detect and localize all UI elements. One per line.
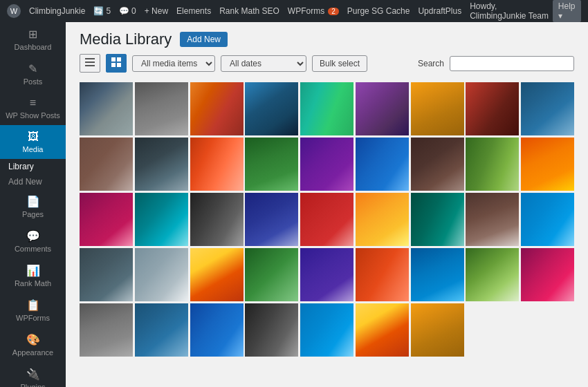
media-item[interactable] bbox=[80, 303, 133, 357]
sidebar-sub-add-new[interactable]: Add New bbox=[0, 174, 66, 189]
rank-math-seo-item[interactable]: Rank Math SEO bbox=[219, 6, 279, 16]
toolbar: All media items Images Videos Audio Docu… bbox=[66, 54, 588, 79]
media-item[interactable] bbox=[135, 248, 188, 301]
wpforms-badge: 2 bbox=[328, 8, 339, 15]
add-new-button[interactable]: Add New bbox=[180, 32, 228, 47]
wp-icon[interactable]: W bbox=[7, 4, 21, 18]
posts-icon: ✎ bbox=[28, 62, 37, 75]
media-item[interactable] bbox=[521, 193, 574, 246]
sidebar-item-posts[interactable]: ✎ Posts bbox=[0, 57, 66, 91]
grid-view-button[interactable] bbox=[106, 54, 127, 73]
media-item[interactable] bbox=[135, 193, 188, 246]
media-item[interactable] bbox=[466, 248, 519, 301]
help-button[interactable]: Help ▾ bbox=[553, 0, 581, 22]
pages-icon: 📄 bbox=[26, 195, 40, 208]
media-item[interactable] bbox=[356, 138, 409, 191]
new-item[interactable]: + New bbox=[145, 6, 168, 16]
media-item[interactable] bbox=[135, 82, 188, 135]
media-item[interactable] bbox=[411, 138, 464, 191]
site-name[interactable]: ClimbingJunkie bbox=[29, 6, 85, 16]
media-item[interactable] bbox=[80, 82, 133, 135]
sidebar-label-media: Media bbox=[23, 145, 44, 153]
page-title: Media Library bbox=[80, 30, 172, 48]
filter-type-select[interactable]: All media items Images Videos Audio Docu… bbox=[132, 55, 215, 72]
svg-rect-4 bbox=[117, 57, 121, 62]
media-item[interactable] bbox=[245, 138, 298, 191]
media-item[interactable] bbox=[300, 193, 353, 246]
sidebar-item-comments[interactable]: 💬 Comments bbox=[0, 224, 66, 258]
media-item[interactable] bbox=[411, 82, 464, 135]
media-item[interactable] bbox=[521, 248, 574, 301]
elements-item[interactable]: Elements bbox=[176, 6, 211, 16]
media-item[interactable] bbox=[300, 248, 353, 301]
media-item[interactable] bbox=[521, 138, 574, 191]
media-item[interactable] bbox=[245, 248, 298, 301]
wpforms-item[interactable]: WPForms 2 bbox=[288, 6, 339, 16]
media-item[interactable] bbox=[80, 138, 133, 191]
bulk-select-button[interactable]: Bulk select bbox=[312, 55, 367, 72]
updraftplus-item[interactable]: UpdraftPlus bbox=[418, 6, 461, 16]
svg-rect-5 bbox=[111, 63, 116, 67]
media-item[interactable] bbox=[356, 82, 409, 135]
media-item[interactable] bbox=[245, 193, 298, 246]
comments-item[interactable]: 💬 0 bbox=[119, 6, 136, 16]
media-item[interactable] bbox=[300, 82, 353, 135]
page-header: Media Library Add New bbox=[66, 22, 588, 54]
media-item[interactable] bbox=[466, 193, 519, 246]
grid-view-icon bbox=[111, 57, 122, 68]
svg-rect-0 bbox=[85, 58, 95, 59]
sidebar-item-plugins[interactable]: 🔌 Plugins bbox=[0, 362, 66, 387]
list-view-button[interactable] bbox=[80, 54, 100, 73]
layout: ⊞ Dashboard ✎ Posts ≡ WP Show Posts 🖼 Me… bbox=[0, 22, 588, 387]
admin-bar-left: W ClimbingJunkie 🔄 5 💬 0 + New Elements … bbox=[7, 4, 461, 18]
media-item[interactable] bbox=[411, 303, 464, 357]
media-item[interactable] bbox=[190, 248, 244, 301]
search-label: Search bbox=[418, 59, 444, 68]
search-input[interactable] bbox=[450, 56, 574, 71]
sidebar-item-wp-show-posts[interactable]: ≡ WP Show Posts bbox=[0, 91, 66, 125]
media-item[interactable] bbox=[135, 138, 188, 191]
wpforms-sidebar-icon: 📋 bbox=[26, 299, 40, 312]
comments-icon: 💬 bbox=[119, 6, 129, 16]
sidebar-item-wpforms[interactable]: 📋 WPForms bbox=[0, 293, 66, 328]
sidebar-label-rank-math: Rank Math bbox=[15, 279, 51, 287]
media-item[interactable] bbox=[190, 193, 244, 246]
media-item[interactable] bbox=[300, 138, 353, 191]
media-item[interactable] bbox=[300, 303, 353, 357]
media-item[interactable] bbox=[356, 193, 409, 246]
sidebar-item-rank-math[interactable]: 📊 Rank Math bbox=[0, 258, 66, 293]
media-item[interactable] bbox=[80, 248, 133, 301]
comments-sidebar-icon: 💬 bbox=[26, 229, 40, 243]
svg-rect-3 bbox=[111, 57, 116, 62]
filter-date-select[interactable]: All dates January 2024 December 2023 bbox=[221, 55, 306, 72]
svg-rect-6 bbox=[117, 63, 121, 67]
appearance-icon: 🎨 bbox=[26, 333, 40, 346]
updates-item[interactable]: 🔄 5 bbox=[93, 6, 111, 16]
sidebar-label-wpforms: WPForms bbox=[16, 314, 50, 322]
media-icon: 🖼 bbox=[28, 131, 39, 143]
media-item[interactable] bbox=[356, 303, 409, 357]
media-item[interactable] bbox=[135, 303, 188, 357]
sidebar-label-plugins: Plugins bbox=[20, 383, 45, 387]
media-item[interactable] bbox=[245, 82, 298, 135]
media-item[interactable] bbox=[466, 82, 519, 135]
media-item[interactable] bbox=[411, 193, 464, 246]
media-item[interactable] bbox=[245, 303, 298, 357]
sidebar-item-dashboard[interactable]: ⊞ Dashboard bbox=[0, 22, 66, 57]
media-item[interactable] bbox=[411, 248, 464, 301]
purge-cache-item[interactable]: Purge SG Cache bbox=[347, 6, 410, 16]
media-item[interactable] bbox=[80, 193, 133, 246]
media-item[interactable] bbox=[356, 248, 409, 301]
media-item[interactable] bbox=[190, 303, 244, 357]
sidebar-sub-library[interactable]: Library bbox=[0, 159, 66, 174]
sidebar-item-pages[interactable]: 📄 Pages bbox=[0, 189, 66, 224]
media-item[interactable] bbox=[190, 138, 244, 191]
sidebar-item-media[interactable]: 🖼 Media bbox=[0, 125, 66, 159]
media-item[interactable] bbox=[466, 138, 519, 191]
sidebar-item-appearance[interactable]: 🎨 Appearance bbox=[0, 328, 66, 362]
sidebar-label-dashboard: Dashboard bbox=[15, 43, 52, 51]
plugins-icon: 🔌 bbox=[26, 368, 40, 381]
media-item[interactable] bbox=[521, 82, 574, 135]
list-view-icon bbox=[84, 57, 95, 68]
media-item[interactable] bbox=[190, 82, 244, 135]
